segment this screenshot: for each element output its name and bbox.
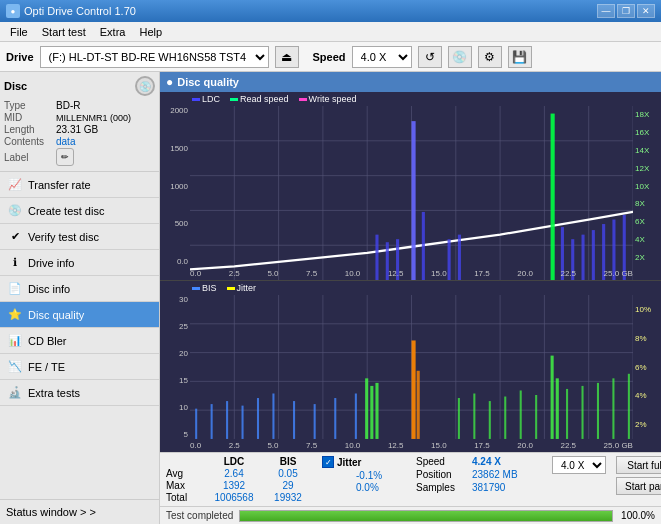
sidebar-item-cd-bler[interactable]: 📊 CD Bler: [0, 328, 159, 354]
y-label-12x: 12X: [633, 164, 661, 173]
jitter-avg-label: [322, 470, 352, 481]
minimize-button[interactable]: —: [597, 4, 615, 18]
jitter-max-label: [322, 482, 352, 493]
progress-percent: 100.0%: [619, 510, 655, 521]
save-button[interactable]: 💾: [508, 46, 532, 68]
status-text: Test completed: [166, 510, 233, 521]
drive-label: Drive: [6, 51, 34, 63]
legend-read: Read speed: [230, 94, 289, 104]
quality-panel-header: ● Disc quality: [160, 72, 661, 92]
position-value: 23862 MB: [472, 469, 542, 480]
stats-total-label: Total: [166, 492, 204, 503]
cd-bler-icon: 📊: [8, 334, 22, 348]
disc-label-edit-button[interactable]: ✏: [56, 148, 74, 166]
y-label-10: 10: [160, 403, 190, 412]
jitter-section: ✓ Jitter -0.1% 0.0%: [322, 456, 406, 494]
y-axis-right-lower: 10% 8% 6% 4% 2%: [633, 295, 661, 439]
lower-chart-svg: [190, 295, 633, 439]
legend-ldc: LDC: [192, 94, 220, 104]
jitter-max-value: 0.0%: [356, 482, 406, 493]
start-full-button[interactable]: Start full: [616, 456, 661, 474]
y-label-6x: 6X: [633, 217, 661, 226]
drive-bar: Drive (F:) HL-DT-ST BD-RE WH16NS58 TST4 …: [0, 42, 661, 72]
menu-file[interactable]: File: [4, 23, 34, 41]
disc-length-row: Length 23.31 GB: [4, 124, 155, 135]
legend-jitter-dot: [227, 287, 235, 290]
xl-label-2-5: 2.5: [229, 441, 240, 450]
stats-bis-header: BIS: [264, 456, 312, 467]
sidebar-item-fe-te-label: FE / TE: [28, 361, 65, 373]
y-label-2pct: 2%: [633, 420, 661, 429]
stats-max-ldc: 1392: [208, 480, 260, 491]
sidebar-item-verify-test-disc[interactable]: ✔ Verify test disc: [0, 224, 159, 250]
legend-write-dot: [299, 98, 307, 101]
x-label-5: 5.0: [267, 269, 278, 278]
y-label-5: 5: [160, 430, 190, 439]
disc-button[interactable]: 💿: [448, 46, 472, 68]
svg-rect-49: [293, 401, 295, 439]
xl-label-22-5: 22.5: [560, 441, 576, 450]
legend-jitter-label: Jitter: [237, 283, 257, 293]
create-test-disc-icon: 💿: [8, 204, 22, 218]
sidebar: Disc 💿 Type BD-R MID MILLENMR1 (000) Len…: [0, 72, 160, 524]
start-buttons: Start full Start part: [616, 456, 661, 495]
xl-label-0: 0.0: [190, 441, 201, 450]
menu-extra[interactable]: Extra: [94, 23, 132, 41]
svg-rect-48: [272, 394, 274, 439]
extra-tests-icon: 🔬: [8, 386, 22, 400]
xl-label-7-5: 7.5: [306, 441, 317, 450]
menu-help[interactable]: Help: [133, 23, 168, 41]
legend-bis-label: BIS: [202, 283, 217, 293]
sidebar-item-extra-tests[interactable]: 🔬 Extra tests: [0, 380, 159, 406]
y-label-0: 0.0: [160, 257, 190, 266]
speed-select[interactable]: 4.0 X: [352, 46, 412, 68]
disc-label-key: Label: [4, 152, 56, 163]
svg-rect-45: [226, 401, 228, 439]
svg-rect-43: [195, 409, 197, 439]
quality-panel-title: Disc quality: [177, 76, 239, 88]
start-part-button[interactable]: Start part: [616, 477, 661, 495]
jitter-checkbox[interactable]: ✓: [322, 456, 334, 468]
sidebar-item-fe-te[interactable]: 📉 FE / TE: [0, 354, 159, 380]
disc-section-title: Disc: [4, 80, 27, 92]
sidebar-item-drive-info[interactable]: ℹ Drive info: [0, 250, 159, 276]
y-label-8pct: 8%: [633, 334, 661, 343]
sidebar-status: Status window > >: [0, 499, 159, 524]
svg-rect-52: [355, 394, 357, 439]
settings-button[interactable]: ⚙: [478, 46, 502, 68]
disc-contents-value: data: [56, 136, 75, 147]
app-icon: ●: [6, 4, 20, 18]
drive-select[interactable]: (F:) HL-DT-ST BD-RE WH16NS58 TST4: [40, 46, 269, 68]
status-window-button[interactable]: Status window > >: [0, 500, 159, 524]
legend-read-label: Read speed: [240, 94, 289, 104]
disc-mid-row: MID MILLENMR1 (000): [4, 112, 155, 123]
y-label-1000: 1000: [160, 182, 190, 191]
lower-chart: BIS Jitter 30 25 20 15 10 5: [160, 281, 661, 452]
sidebar-item-create-test-disc[interactable]: 💿 Create test disc: [0, 198, 159, 224]
title-bar-left: ● Opti Drive Control 1.70: [6, 4, 136, 18]
disc-icon: 💿: [135, 76, 155, 96]
close-button[interactable]: ✕: [637, 4, 655, 18]
svg-rect-70: [628, 374, 630, 439]
speed-dropdown[interactable]: 4.0 X: [552, 456, 606, 474]
stats-max-bis: 29: [264, 480, 312, 491]
disc-quality-icon: ⭐: [8, 308, 22, 322]
menu-bar: File Start test Extra Help: [0, 22, 661, 42]
sidebar-item-disc-info[interactable]: 📄 Disc info: [0, 276, 159, 302]
disc-length-value: 23.31 GB: [56, 124, 98, 135]
svg-rect-51: [334, 398, 336, 439]
legend-write-label: Write speed: [309, 94, 357, 104]
sidebar-item-transfer-rate[interactable]: 📈 Transfer rate: [0, 172, 159, 198]
disc-contents-row: Contents data: [4, 136, 155, 147]
svg-rect-50: [314, 404, 316, 439]
sidebar-item-disc-quality[interactable]: ⭐ Disc quality: [0, 302, 159, 328]
menu-start-test[interactable]: Start test: [36, 23, 92, 41]
svg-rect-69: [612, 378, 614, 439]
svg-rect-55: [365, 378, 368, 439]
maximize-button[interactable]: ❐: [617, 4, 635, 18]
x-label-25-upper: 25.0 GB: [604, 269, 633, 278]
disc-type-value: BD-R: [56, 100, 80, 111]
jitter-avg-value: -0.1%: [356, 470, 406, 481]
refresh-button[interactable]: ↺: [418, 46, 442, 68]
eject-button[interactable]: ⏏: [275, 46, 299, 68]
